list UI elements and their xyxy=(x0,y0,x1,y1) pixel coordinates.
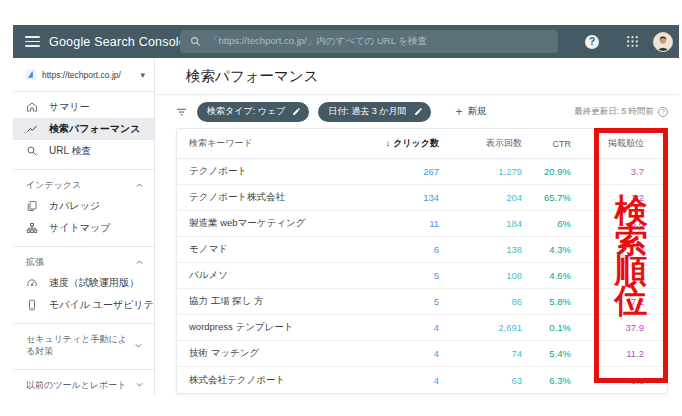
url-inspect-search[interactable]: 「https://techport.co.jp/」内のすべての URL を検査 xyxy=(180,30,558,53)
table-header-row: 検索キーワード ↓クリック数 表示回数 CTR 掲載順位 xyxy=(177,129,667,159)
table-row[interactable]: 株式会社テクノポート4636.3%3.8 xyxy=(177,367,667,393)
clicks-cell: 267 xyxy=(363,166,439,177)
keyword-cell[interactable]: パルメソ xyxy=(177,269,363,282)
keyword-cell[interactable]: 技術 マッチング xyxy=(177,347,363,360)
sidebar-item-label: 検索パフォーマンス xyxy=(49,122,140,136)
sidebar-item-sitemaps[interactable]: サイトマップ xyxy=(13,217,154,239)
keyword-cell[interactable]: テクノポート株式会社 xyxy=(177,191,363,204)
sidebar-item-label: サマリー xyxy=(49,100,90,114)
clicks-cell: 4 xyxy=(363,375,439,386)
position-cell: 3.8 xyxy=(571,375,644,386)
table-row[interactable]: wordpress テンプレート42,6910.1%37.9 xyxy=(177,315,667,341)
impressions-cell: 1,279 xyxy=(439,166,522,177)
chevron-down-icon xyxy=(134,341,143,350)
table-row[interactable]: 技術 マッチング4745.4%11.2 xyxy=(177,341,667,367)
keyword-cell[interactable]: モノマド xyxy=(177,243,363,256)
filter-icon[interactable] xyxy=(175,105,188,118)
help-button[interactable]: ? xyxy=(585,25,599,58)
sidebar-item-speed[interactable]: 速度（試験運用版） xyxy=(13,272,154,294)
section-label: 以前のツールとレポート xyxy=(26,375,131,395)
impressions-cell: 184 xyxy=(439,218,522,229)
ctr-cell: 5.8% xyxy=(522,296,571,307)
clicks-cell: 4 xyxy=(363,322,439,333)
main-panel: 検索パフォーマンス 検索タイプ: ウェブ 日付: 過去 3 か月間 xyxy=(155,58,679,396)
ctr-cell: 6% xyxy=(522,218,571,229)
impressions-cell: 108 xyxy=(439,270,522,281)
sidebar-item-performance[interactable]: 検索パフォーマンス xyxy=(13,118,154,140)
column-header-clicks[interactable]: ↓クリック数 xyxy=(363,137,439,150)
filter-chip-date[interactable]: 日付: 過去 3 か月間 xyxy=(318,102,430,122)
chevron-up-icon xyxy=(135,181,144,190)
app-logo: Google Search Console xyxy=(49,25,186,58)
pencil-icon xyxy=(292,107,301,116)
table-row[interactable]: テクノポート株式会社13420465.7%1.2 xyxy=(177,185,667,211)
column-header-ctr[interactable]: CTR xyxy=(522,139,571,149)
impressions-cell: 2,691 xyxy=(439,322,522,333)
last-updated: 最終更新日: 5 時間前 ? xyxy=(574,106,668,118)
sidebar-divider xyxy=(13,246,154,247)
apps-grid-button[interactable] xyxy=(626,25,639,58)
impressions-cell: 74 xyxy=(439,348,522,359)
keyword-cell[interactable]: 協力 工場 探し 方 xyxy=(177,295,363,308)
sidebar: https://techport.co.jp/ ▾ サマリー 検索パフォーマンス xyxy=(13,58,155,396)
property-url: https://techport.co.jp/ xyxy=(42,70,121,80)
table-row[interactable]: モノマド61384.3% xyxy=(177,237,667,263)
ctr-cell: 20.9% xyxy=(522,166,571,177)
menu-icon[interactable] xyxy=(25,36,40,47)
mobile-phone-icon xyxy=(26,299,38,311)
impressions-cell: 86 xyxy=(439,296,522,307)
search-placeholder: 「https://techport.co.jp/」内のすべての URL を検査 xyxy=(209,35,427,48)
column-header-impressions[interactable]: 表示回数 xyxy=(439,137,522,150)
coverage-pages-icon xyxy=(26,200,38,212)
performance-content: 検索タイプ: ウェブ 日付: 過去 3 か月間 + 新規 最終更新日: xyxy=(155,95,679,396)
plus-icon: + xyxy=(456,105,463,119)
chevron-up-icon xyxy=(135,258,144,267)
sort-desc-icon: ↓ xyxy=(386,138,391,148)
keyword-cell[interactable]: 株式会社テクノポート xyxy=(177,374,363,387)
page-header: 検索パフォーマンス xyxy=(155,58,679,95)
filter-chip-search-type[interactable]: 検索タイプ: ウェブ xyxy=(197,102,309,122)
impressions-cell: 138 xyxy=(439,244,522,255)
filter-bar: 検索タイプ: ウェブ 日付: 過去 3 か月間 + 新規 最終更新日: xyxy=(155,95,679,128)
account-button[interactable] xyxy=(652,25,674,58)
section-label: セキュリティと手動による対策 xyxy=(26,329,130,361)
sidebar-item-summary[interactable]: サマリー xyxy=(13,96,154,118)
search-icon xyxy=(190,36,201,47)
position-cell: 3.7 xyxy=(571,166,644,177)
column-header-keyword[interactable]: 検索キーワード xyxy=(177,137,363,150)
sidebar-item-label: カバレッジ xyxy=(49,199,100,213)
sidebar-section-security[interactable]: セキュリティと手動による対策 xyxy=(13,329,154,361)
clicks-cell: 5 xyxy=(363,270,439,281)
keyword-cell[interactable]: wordpress テンプレート xyxy=(177,321,363,334)
sidebar-item-mobile-usability[interactable]: モバイル ユーザビリティ xyxy=(13,294,154,316)
ctr-cell: 0.1% xyxy=(522,322,571,333)
section-label: インデックス xyxy=(26,175,131,195)
new-filter-button[interactable]: + 新規 xyxy=(456,105,487,119)
screenshot-canvas: Google Search Console 「https://techport.… xyxy=(0,0,682,416)
ctr-cell: 65.7% xyxy=(522,192,571,203)
table-row[interactable]: テクノポート2671,27920.9%3.7 xyxy=(177,159,667,185)
property-selector[interactable]: https://techport.co.jp/ ▾ xyxy=(13,58,154,92)
magnifier-icon xyxy=(26,145,38,157)
avatar xyxy=(653,32,673,52)
keyword-cell[interactable]: 製造業 webマーケティング xyxy=(177,217,363,230)
clicks-cell: 11 xyxy=(363,218,439,229)
question-icon[interactable]: ? xyxy=(658,107,668,117)
sidebar-section-legacy-tools[interactable]: 以前のツールとレポート xyxy=(13,375,154,395)
table-row[interactable]: パルメソ51084.6% xyxy=(177,263,667,289)
position-cell: 37.9 xyxy=(571,322,644,333)
help-icon: ? xyxy=(585,35,599,49)
site-favicon xyxy=(25,69,36,80)
sidebar-item-coverage[interactable]: カバレッジ xyxy=(13,195,154,217)
sidebar-section-enhancements[interactable]: 拡張 xyxy=(13,252,154,272)
sidebar-item-url-inspection[interactable]: URL 検査 xyxy=(13,140,154,162)
position-cell: 7.2 xyxy=(571,296,644,307)
column-header-position[interactable]: 掲載順位 xyxy=(571,137,644,150)
sidebar-divider xyxy=(13,323,154,324)
sidebar-section-index[interactable]: インデックス xyxy=(13,175,154,195)
sitemap-icon xyxy=(26,222,38,234)
table-row[interactable]: 協力 工場 探し 方5865.8%7.2 xyxy=(177,289,667,315)
keyword-cell[interactable]: テクノポート xyxy=(177,165,363,178)
pencil-icon xyxy=(414,107,423,116)
table-row[interactable]: 製造業 webマーケティング111846%3.6 xyxy=(177,211,667,237)
